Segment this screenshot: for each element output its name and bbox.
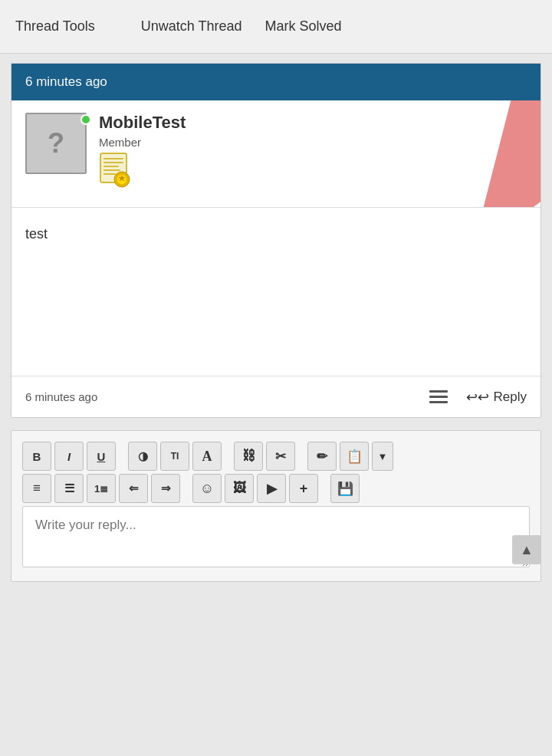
svg-rect-1	[104, 158, 123, 159]
align-left-button[interactable]: ≡	[22, 474, 51, 503]
save-icon: 💾	[337, 481, 353, 497]
post-header: 6 minutes ago	[12, 64, 540, 100]
chevron-down-icon: ▼	[378, 451, 388, 462]
post-footer: 6 minutes ago ↩↩ Reply	[12, 376, 540, 417]
image-button[interactable]: 🖼	[225, 474, 254, 503]
thread-tools-button[interactable]: Thread Tools	[15, 12, 95, 41]
user-info: MobileTest Member	[99, 113, 186, 195]
video-button[interactable]: ▶	[257, 474, 286, 503]
indent-less-icon: ⇐	[129, 482, 139, 495]
indent-less-button[interactable]: ⇐	[119, 474, 148, 503]
svg-rect-2	[104, 162, 123, 163]
reply-button[interactable]: ↩↩ Reply	[466, 389, 527, 406]
link-icon: ⛓	[242, 449, 255, 464]
username: MobileTest	[99, 113, 186, 133]
svg-rect-5	[104, 173, 116, 175]
online-status-dot	[80, 114, 91, 125]
align-left-icon: ≡	[33, 481, 41, 496]
thread-container: 6 minutes ago ? MobileTest Member	[11, 63, 541, 418]
font-button[interactable]: A	[192, 442, 222, 471]
list-bullet-button[interactable]: ☰	[54, 474, 84, 503]
avatar: ?	[25, 113, 87, 174]
scroll-top-button[interactable]: ▲	[512, 535, 541, 564]
insert-more-button[interactable]: +	[289, 474, 318, 503]
list-bullet-icon: ☰	[64, 482, 74, 495]
indent-more-icon: ⇒	[161, 482, 171, 495]
post-time-header: 6 minutes ago	[25, 74, 107, 89]
reply-textarea[interactable]	[22, 506, 530, 567]
editor-toolbar-row-1: B I U ◑ TI A ⛓ ✂ ✏ 📋 ▼	[22, 442, 530, 471]
post-text: test	[25, 226, 48, 242]
plus-icon: +	[300, 481, 308, 497]
emoji-button[interactable]: ☺	[192, 474, 222, 503]
menu-line-3	[429, 401, 448, 403]
doc-button[interactable]: 📋	[340, 442, 369, 471]
post-menu-button[interactable]	[426, 387, 451, 406]
top-toolbar: Thread Tools Unwatch Thread Mark Solved	[0, 0, 552, 54]
indent-more-button[interactable]: ⇒	[151, 474, 180, 503]
menu-line-1	[429, 390, 448, 393]
reply-label: Reply	[494, 390, 527, 405]
reply-icon: ↩↩	[466, 389, 489, 406]
post-content: test	[12, 208, 540, 376]
document-icon: 📋	[347, 449, 363, 465]
unwatch-thread-button[interactable]: Unwatch Thread	[141, 12, 242, 41]
menu-line-2	[429, 396, 448, 398]
list-number-button[interactable]: 1≣	[87, 474, 116, 503]
post-footer-time: 6 minutes ago	[25, 390, 97, 403]
mark-solved-button[interactable]: Mark Solved	[264, 12, 341, 41]
video-icon: ▶	[267, 481, 277, 497]
image-icon: 🖼	[233, 481, 246, 496]
avatar-placeholder-icon: ?	[48, 127, 64, 159]
contrast-button[interactable]: ◑	[128, 442, 157, 471]
post-footer-actions: ↩↩ Reply	[426, 387, 527, 406]
save-button[interactable]: 💾	[330, 474, 360, 503]
link-button[interactable]: ⛓	[234, 442, 263, 471]
unlink-button[interactable]: ✂	[266, 442, 295, 471]
user-badge	[99, 152, 186, 195]
reply-editor-container: B I U ◑ TI A ⛓ ✂ ✏ 📋 ▼ ≡ ☰ 1≣	[11, 430, 541, 582]
user-role: Member	[99, 136, 186, 149]
list-number-icon: 1≣	[94, 483, 108, 495]
editor-toolbar-row-2: ≡ ☰ 1≣ ⇐ ⇒ ☺ 🖼 ▶ + 💾	[22, 474, 530, 503]
italic-button[interactable]: I	[54, 442, 84, 471]
svg-rect-3	[104, 166, 119, 167]
text-size-button[interactable]: TI	[160, 442, 189, 471]
pen-button[interactable]: ✏	[307, 442, 337, 471]
post-user-section: ? MobileTest Member	[12, 100, 540, 208]
pen-icon: ✏	[317, 449, 327, 465]
bold-button[interactable]: B	[22, 442, 51, 471]
scissors-icon: ✂	[275, 449, 286, 465]
certificate-icon	[99, 152, 133, 192]
underline-button[interactable]: U	[87, 442, 116, 471]
chevron-up-icon: ▲	[520, 542, 534, 558]
emoji-icon: ☺	[200, 481, 214, 497]
toolbar-more-button[interactable]: ▼	[372, 442, 393, 471]
annotation-overlay	[12, 100, 540, 207]
svg-rect-4	[104, 169, 120, 171]
avatar-wrap: ?	[25, 113, 87, 174]
